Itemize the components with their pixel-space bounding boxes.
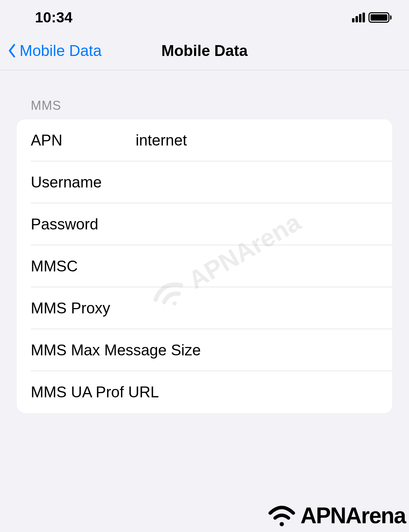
navigation-bar: Mobile Data Mobile Data (0, 31, 409, 70)
status-indicators (352, 12, 392, 23)
row-label: MMS Proxy (31, 299, 136, 317)
mms-ua-prof-url-input[interactable] (159, 383, 378, 401)
svg-point-0 (280, 522, 284, 526)
row-username[interactable]: Username (17, 161, 392, 203)
row-label: MMS Max Message Size (31, 341, 201, 359)
back-button[interactable]: Mobile Data (7, 42, 102, 59)
content-area: MMS APN Username Password MMSC MMS Proxy… (0, 70, 409, 413)
status-bar: 10:34 (0, 0, 409, 31)
row-apn[interactable]: APN (17, 119, 392, 161)
row-label: APN (31, 132, 136, 149)
section-header-mms: MMS (17, 98, 392, 119)
back-label: Mobile Data (20, 42, 102, 59)
row-mms-max-size[interactable]: MMS Max Message Size (17, 329, 392, 371)
row-mmsc[interactable]: MMSC (17, 245, 392, 287)
row-mms-ua-prof-url[interactable]: MMS UA Prof URL (17, 371, 392, 413)
status-time: 10:34 (35, 9, 72, 26)
wifi-icon (266, 503, 297, 528)
chevron-left-icon (7, 44, 17, 58)
row-label: MMS UA Prof URL (31, 383, 159, 401)
watermark-text: APNArena (300, 503, 406, 529)
mmsc-input[interactable] (136, 257, 378, 275)
settings-group-mms: APN Username Password MMSC MMS Proxy MMS… (17, 119, 392, 413)
mms-proxy-input[interactable] (136, 299, 378, 317)
mms-max-size-input[interactable] (201, 341, 392, 359)
password-input[interactable] (136, 215, 378, 233)
apn-input[interactable] (136, 132, 378, 149)
row-password[interactable]: Password (17, 203, 392, 245)
username-input[interactable] (136, 173, 378, 191)
row-label: MMSC (31, 257, 136, 275)
row-label: Username (31, 173, 136, 191)
row-label: Password (31, 215, 136, 233)
battery-icon (368, 12, 392, 23)
page-title: Mobile Data (162, 42, 248, 59)
cellular-signal-icon (352, 13, 365, 22)
watermark-bottom: APNArena (266, 503, 406, 529)
row-mms-proxy[interactable]: MMS Proxy (17, 287, 392, 329)
